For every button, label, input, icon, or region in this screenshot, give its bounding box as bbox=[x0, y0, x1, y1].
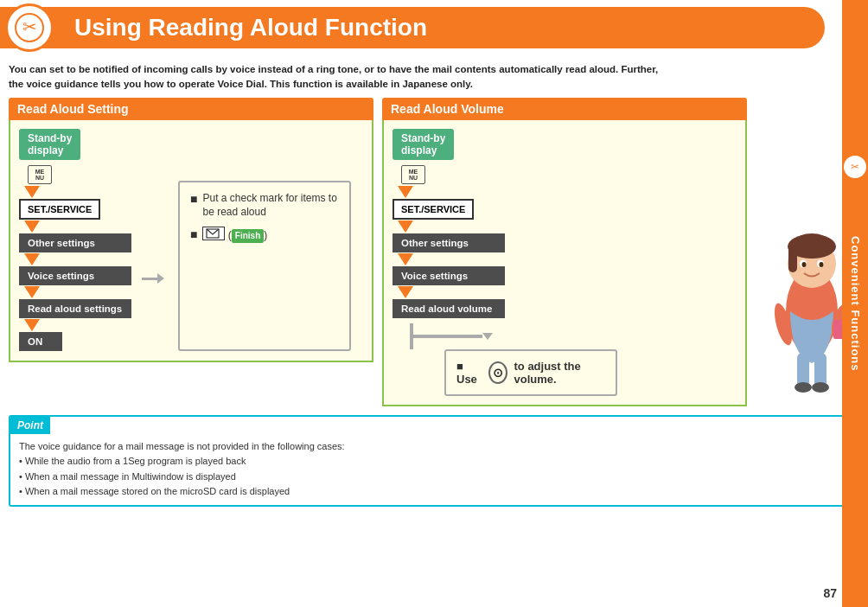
svg-point-18 bbox=[812, 382, 829, 393]
r-arrow3 bbox=[393, 253, 505, 265]
arrow5 bbox=[19, 319, 131, 331]
arrow3 bbox=[19, 253, 131, 265]
page-header: ✂ Using Reading Aloud Function bbox=[0, 7, 825, 48]
left-section-body: Stand-bydisplay MENU SET./SERVICE bbox=[9, 120, 373, 362]
arrow2 bbox=[19, 220, 131, 233]
read-aloud-setting-section: Read Aloud Setting Stand-bydisplay MENU bbox=[9, 98, 373, 406]
left-standby-box: Stand-bydisplay bbox=[19, 129, 80, 160]
note-item-1: ■ Put a check mark for items to be read … bbox=[190, 191, 339, 220]
right-section-body: Stand-bydisplay MENU SET./SERVICE bbox=[382, 120, 747, 406]
right-set-service-box: SET./SERVICE bbox=[393, 199, 474, 220]
svg-point-10 bbox=[802, 262, 807, 267]
arrow1 bbox=[19, 186, 131, 198]
volume-connector bbox=[393, 323, 737, 349]
side-decoration-icon: ✂ bbox=[844, 156, 866, 178]
right-section-header: Read Aloud Volume bbox=[382, 98, 747, 120]
left-other-settings: Other settings bbox=[19, 233, 131, 252]
right-other-settings: Other settings bbox=[393, 233, 505, 252]
left-section-header: Read Aloud Setting bbox=[9, 98, 373, 120]
finish-tag: Finish bbox=[232, 229, 264, 243]
right-voice-settings: Voice settings bbox=[393, 266, 505, 285]
page-number: 87 bbox=[823, 586, 837, 600]
side-label: Convenient Functions ✂ bbox=[842, 0, 868, 607]
left-read-aloud-settings: Read aloud settings bbox=[19, 299, 131, 318]
point-box: Point The voice guidance for a mail mess… bbox=[9, 415, 859, 507]
point-body: The voice guidance for a mail message is… bbox=[10, 434, 858, 505]
left-set-service-box: SET./SERVICE bbox=[19, 199, 100, 220]
connector-arrow bbox=[142, 207, 159, 351]
svg-point-7 bbox=[796, 233, 827, 247]
right-menu-icon: MENU bbox=[401, 165, 425, 184]
page-title: Using Reading Aloud Function bbox=[74, 14, 427, 42]
right-read-aloud-volume: Read aloud volume bbox=[393, 299, 505, 318]
svg-text:✂: ✂ bbox=[851, 161, 859, 173]
point-header: Point bbox=[10, 417, 50, 434]
left-voice-settings: Voice settings bbox=[19, 266, 131, 285]
volume-note-box: ■ Use ⊙ to adjust the volume. bbox=[444, 349, 617, 396]
right-flow-steps: Stand-bydisplay MENU SET./SERVICE bbox=[393, 129, 505, 318]
header-icon: ✂ bbox=[5, 3, 54, 52]
subtitle-text: You can set to be notified of incoming c… bbox=[0, 55, 868, 98]
svg-point-17 bbox=[795, 382, 812, 393]
left-flow-steps: Stand-bydisplay MENU SET./SERVICE bbox=[19, 129, 131, 351]
left-note-box: ■ Put a check mark for items to be read … bbox=[178, 181, 351, 351]
left-menu-icon: MENU bbox=[28, 165, 52, 184]
read-aloud-volume-section: Read Aloud Volume Stand-bydisplay MENU bbox=[382, 98, 747, 406]
r-arrow4 bbox=[393, 286, 505, 298]
r-arrow2 bbox=[393, 220, 505, 233]
right-standby-box: Stand-bydisplay bbox=[393, 129, 454, 160]
r-arrow1 bbox=[393, 186, 505, 198]
svg-text:✂: ✂ bbox=[22, 17, 37, 36]
arrow4 bbox=[19, 286, 131, 298]
nav-icon: ⊙ bbox=[488, 361, 507, 384]
note-item-2: ■ (Finish) bbox=[190, 227, 339, 244]
svg-rect-6 bbox=[788, 246, 797, 272]
left-on-box: ON bbox=[19, 332, 62, 351]
svg-point-11 bbox=[820, 262, 824, 267]
